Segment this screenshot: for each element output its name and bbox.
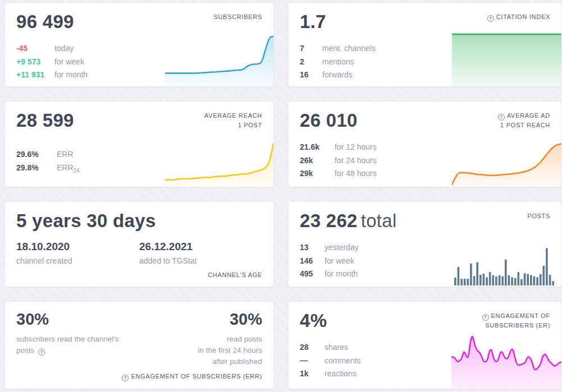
reach-stats: 29.6% ERR 29.8% ERR24: [16, 148, 262, 177]
stats-dashboard: 96 499 SUBSCRIBERS -45 today +9 573 for …: [0, 0, 562, 392]
average-ad-reach-card: 26 010 AVERAGE AD 1 POST REACH 21.6k for…: [288, 101, 562, 187]
stat-label: mentions: [322, 56, 354, 69]
stat-label: for 24 hours: [335, 154, 377, 168]
citation-index-card: 1.7 CITATION INDEX 7 ment. channels 2 me…: [288, 2, 562, 87]
ment-channels-count: 7: [300, 42, 322, 56]
stat-row: 29.8% ERR24: [16, 162, 262, 177]
engagement-er-card-title: ENGAGEMENT OF SUBSCRIBERS (ER): [482, 311, 550, 330]
stat-row: 146 for week: [300, 255, 550, 268]
stat-label: ERR: [57, 148, 74, 162]
channel-dates: 18.10.2020 channel created 26.12.2021 ad…: [16, 241, 262, 265]
err-24h-percent: 30%: [198, 310, 262, 329]
stat-label: for month: [325, 268, 358, 281]
help-icon[interactable]: [122, 375, 129, 381]
err-value: 29.6%: [16, 148, 57, 162]
average-ad-reach-card-title: AVERAGE AD 1 POST REACH: [498, 111, 550, 130]
subscribers-today-delta: -45: [16, 42, 54, 56]
engagement-er-card: 4% ENGAGEMENT OF SUBSCRIBERS (ER) 28 sha…: [288, 301, 562, 389]
reach-24h-value: 26k: [300, 154, 335, 168]
posts-card: 23 262total POSTS 13 yesterday 146 for w…: [288, 201, 562, 287]
stat-row: 2 mentions: [300, 56, 550, 69]
er-stats: 28 shares — comments 1k reactions: [300, 341, 550, 381]
err-right-block: 30% read posts in the first 24 hours aft…: [198, 310, 262, 367]
stat-label: shares: [325, 341, 348, 354]
channel-created-date: 18.10.2020: [16, 241, 139, 253]
ad-reach-stats: 21.6k for 12 hours 26k for 24 hours 29k …: [300, 141, 550, 181]
stat-label: comments: [325, 354, 361, 368]
subscribers-card-title: SUBSCRIBERS: [213, 12, 262, 22]
comments-count: —: [300, 354, 325, 368]
stat-label: for week: [325, 255, 354, 268]
added-to-tgstat-block: 26.12.2021 added to TGStat: [139, 241, 262, 265]
stat-row: 16 forwards: [300, 68, 550, 82]
stat-row: 29k for 48 hours: [300, 167, 550, 181]
average-reach-card-title: AVERAGE REACH 1 POST: [204, 111, 262, 130]
added-to-tgstat-label: added to TGStat: [139, 256, 262, 265]
stat-label: for 12 hours: [335, 141, 377, 154]
citation-card-title: CITATION INDEX: [487, 12, 550, 22]
help-icon[interactable]: [482, 314, 489, 321]
stat-row: 26k for 24 hours: [300, 154, 550, 168]
stat-label: today: [54, 42, 74, 56]
err-grid: 30% subscribers read the channel's posts…: [16, 310, 262, 367]
reactions-count: 1k: [300, 367, 325, 381]
shares-count: 28: [300, 341, 325, 354]
stat-label: for 48 hours: [335, 167, 377, 181]
stat-row: +11 931 for month: [16, 68, 262, 82]
stat-row: +9 573 for week: [16, 56, 262, 69]
posts-card-title: POSTS: [527, 211, 550, 221]
stat-row: -45 today: [16, 42, 262, 56]
stat-row: — comments: [300, 354, 550, 368]
channel-age-card: 5 years 30 days 18.10.2020 channel creat…: [4, 201, 274, 287]
stat-label: for month: [54, 68, 88, 82]
err-read-percent: 30%: [16, 310, 131, 329]
posts-stats: 13 yesterday 146 for week 495 for month: [300, 241, 550, 281]
posts-month: 495: [300, 268, 325, 281]
mentions-count: 2: [300, 56, 322, 69]
forwards-count: 16: [300, 68, 322, 82]
err24-value: 29.8%: [16, 162, 57, 177]
stat-row: 29.6% ERR: [16, 148, 262, 162]
stat-label: ERR24: [57, 162, 80, 177]
posts-total: 23 262total: [300, 210, 550, 231]
help-icon[interactable]: [487, 15, 494, 22]
subscribers-card: 96 499 SUBSCRIBERS -45 today +9 573 for …: [4, 2, 274, 87]
stat-label: reactions: [325, 367, 357, 381]
stat-row: 28 shares: [300, 341, 550, 354]
subscribers-week-delta: +9 573: [16, 56, 54, 69]
posts-week: 146: [300, 255, 325, 268]
added-to-tgstat-date: 26.12.2021: [139, 241, 262, 253]
err-24h-description: read posts in the first 24 hours after p…: [198, 334, 262, 367]
stat-row: 495 for month: [300, 268, 550, 281]
stat-label: yesterday: [325, 241, 359, 255]
posts-yesterday: 13: [300, 241, 325, 255]
subscribers-month-delta: +11 931: [16, 68, 54, 82]
citation-stats: 7 ment. channels 2 mentions 16 forwards: [300, 42, 550, 82]
stat-row: 1k reactions: [300, 367, 550, 381]
stat-label: ment. channels: [322, 42, 376, 56]
stat-row: 7 ment. channels: [300, 42, 550, 56]
reach-12h-value: 21.6k: [300, 141, 335, 154]
channel-created-block: 18.10.2020 channel created: [16, 241, 139, 265]
stat-row: 13 yesterday: [300, 241, 550, 255]
reach-48h-value: 29k: [300, 167, 335, 181]
engagement-err-card-title: ENGAGEMENT OF SUBSCRIBERS (ERR): [122, 372, 262, 381]
posts-total-suffix: total: [361, 210, 397, 231]
stat-row: 21.6k for 12 hours: [300, 141, 550, 154]
help-icon[interactable]: [38, 349, 45, 356]
stat-label: forwards: [322, 68, 353, 82]
channel-age-value: 5 years 30 days: [16, 210, 262, 231]
help-icon[interactable]: [498, 114, 505, 121]
subscribers-stats: -45 today +9 573 for week +11 931 for mo…: [16, 42, 262, 82]
err-left-block: 30% subscribers read the channel's posts: [16, 310, 131, 367]
err-read-description: subscribers read the channel's posts: [16, 334, 131, 356]
stat-label: for week: [54, 56, 84, 69]
channel-created-label: channel created: [16, 256, 139, 265]
channel-age-card-title: CHANNEL'S AGE: [208, 271, 262, 279]
engagement-err-card: 30% subscribers read the channel's posts…: [4, 301, 274, 389]
average-reach-card: 28 599 AVERAGE REACH 1 POST 29.6% ERR 29…: [4, 101, 274, 187]
